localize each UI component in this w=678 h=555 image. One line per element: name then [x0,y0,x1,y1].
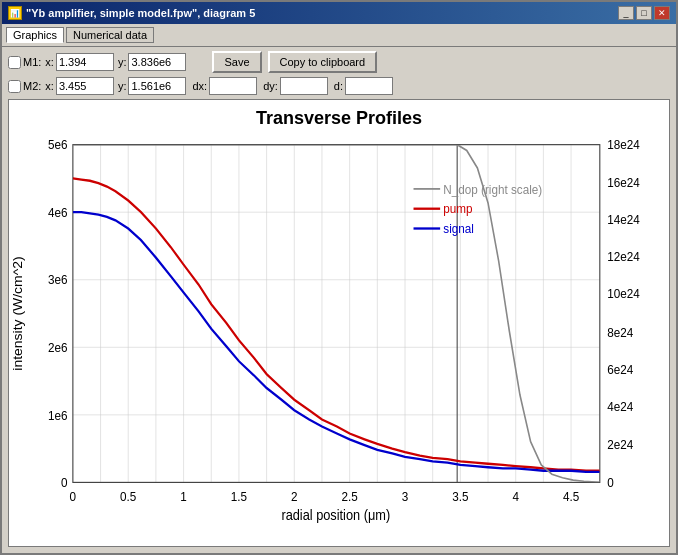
m1-y-group: y: [118,53,187,71]
svg-text:3e6: 3e6 [48,273,68,288]
svg-text:signal: signal [443,222,474,237]
svg-text:1.5: 1.5 [231,490,247,505]
dx-group: dx: [192,77,257,95]
chart-inner: 0 1e6 2e6 3e6 4e6 5e6 18e24 16e24 14e24 … [9,133,669,529]
m2-checkbox[interactable] [8,80,21,93]
svg-text:5e6: 5e6 [48,138,68,153]
window-title: "Yb amplifier, simple model.fpw", diagra… [26,7,255,19]
svg-text:0.5: 0.5 [120,490,136,505]
close-button[interactable]: ✕ [654,6,670,20]
svg-text:intensity (W/cm^2): intensity (W/cm^2) [10,256,24,370]
maximize-button[interactable]: □ [636,6,652,20]
app-icon: 📊 [8,6,22,20]
svg-text:2e6: 2e6 [48,340,68,355]
tab-graphics[interactable]: Graphics [6,27,64,43]
svg-text:2: 2 [291,490,298,505]
svg-text:1e6: 1e6 [48,408,68,423]
marker-m2-row: M2: x: y: [8,77,186,95]
svg-text:pump: pump [443,202,472,217]
m1-x-input[interactable] [56,53,114,71]
dy-input[interactable] [280,77,328,95]
svg-text:3: 3 [402,490,409,505]
m2-x-group: x: [45,77,114,95]
m2-x-input[interactable] [56,77,114,95]
chart-svg: 0 1e6 2e6 3e6 4e6 5e6 18e24 16e24 14e24 … [9,133,669,529]
svg-text:2e24: 2e24 [607,437,633,452]
svg-text:3.5: 3.5 [452,490,468,505]
marker-m1-row: M1: x: y: [8,53,186,71]
svg-text:12e24: 12e24 [607,250,640,265]
svg-text:4e6: 4e6 [48,205,68,220]
controls-row-2: M2: x: y: dx: dy: d: [2,77,676,99]
save-button[interactable]: Save [212,51,261,73]
m1-x-group: x: [45,53,114,71]
svg-text:4.5: 4.5 [563,490,579,505]
m2-y-group: y: [118,77,187,95]
d-input[interactable] [345,77,393,95]
d-group: d: [334,77,393,95]
m1-checkbox[interactable] [8,56,21,69]
svg-text:10e24: 10e24 [607,287,640,302]
dy-group: dy: [263,77,328,95]
svg-text:radial position (μm): radial position (μm) [281,507,390,523]
svg-text:2.5: 2.5 [342,490,358,505]
tab-numerical[interactable]: Numerical data [66,27,154,43]
window-controls: _ □ ✕ [618,6,670,20]
minimize-button[interactable]: _ [618,6,634,20]
svg-text:0: 0 [70,490,77,505]
svg-text:0: 0 [61,476,68,491]
svg-text:14e24: 14e24 [607,212,640,227]
chart-title: Transverse Profiles [9,100,669,133]
svg-text:8e24: 8e24 [607,325,633,340]
controls-row-1: M1: x: y: Save Copy to clipboard [2,47,676,77]
copy-to-clipboard-button[interactable]: Copy to clipboard [268,51,378,73]
m2-y-input[interactable] [128,77,186,95]
svg-text:4e24: 4e24 [607,400,633,415]
svg-text:N_dop (right scale): N_dop (right scale) [443,182,542,197]
svg-text:4: 4 [512,490,519,505]
chart-area: Transverse Profiles [8,99,670,547]
tab-bar: Graphics Numerical data [2,24,676,47]
svg-text:1: 1 [180,490,187,505]
svg-text:0: 0 [607,476,614,491]
title-bar: 📊 "Yb amplifier, simple model.fpw", diag… [2,2,676,24]
m2-checkbox-label[interactable]: M2: [8,80,41,93]
svg-text:16e24: 16e24 [607,175,640,190]
m1-y-input[interactable] [128,53,186,71]
m1-checkbox-label[interactable]: M1: [8,56,41,69]
svg-text:18e24: 18e24 [607,138,640,153]
dx-input[interactable] [209,77,257,95]
svg-text:6e24: 6e24 [607,363,633,378]
main-window: 📊 "Yb amplifier, simple model.fpw", diag… [0,0,678,555]
